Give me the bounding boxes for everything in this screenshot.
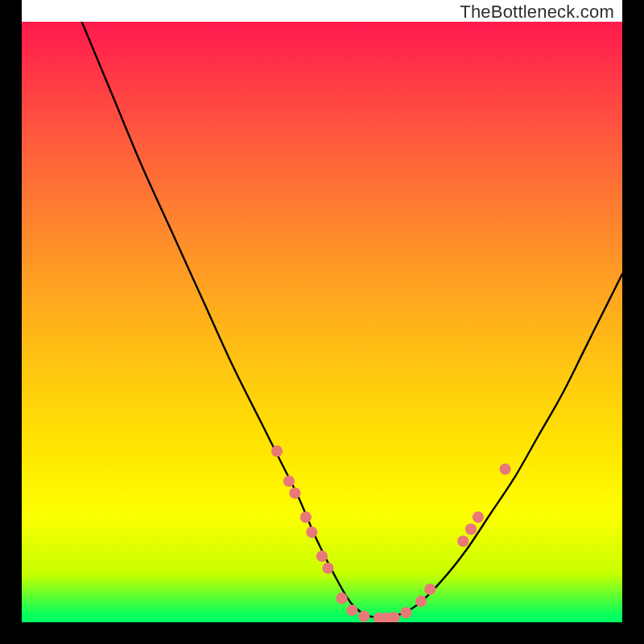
curve-marker — [300, 511, 312, 522]
curve-marker — [465, 523, 477, 535]
chart-svg — [22, 22, 622, 622]
chart-area — [22, 22, 622, 622]
curve-marker — [457, 535, 469, 547]
curve-marker — [358, 610, 369, 621]
bottleneck-curve — [82, 22, 622, 617]
curve-marker — [289, 488, 300, 499]
curve-marker — [322, 563, 333, 574]
curve-marker — [271, 445, 283, 456]
curve-marker — [336, 592, 348, 604]
curve-marker — [388, 612, 399, 622]
curve-marker — [283, 476, 295, 487]
curve-marker — [346, 605, 357, 616]
curve-marker — [306, 526, 317, 538]
watermark-text: TheBottleneck.com — [460, 2, 614, 23]
curve-marker — [415, 596, 427, 607]
curve-marker — [424, 584, 436, 595]
curve-marker — [499, 464, 510, 475]
curve-marker — [316, 551, 328, 562]
curve-markers — [271, 445, 511, 622]
curve-marker — [473, 511, 484, 522]
curve-marker — [400, 607, 411, 618]
watermark-strip: TheBottleneck.com — [22, 0, 622, 22]
